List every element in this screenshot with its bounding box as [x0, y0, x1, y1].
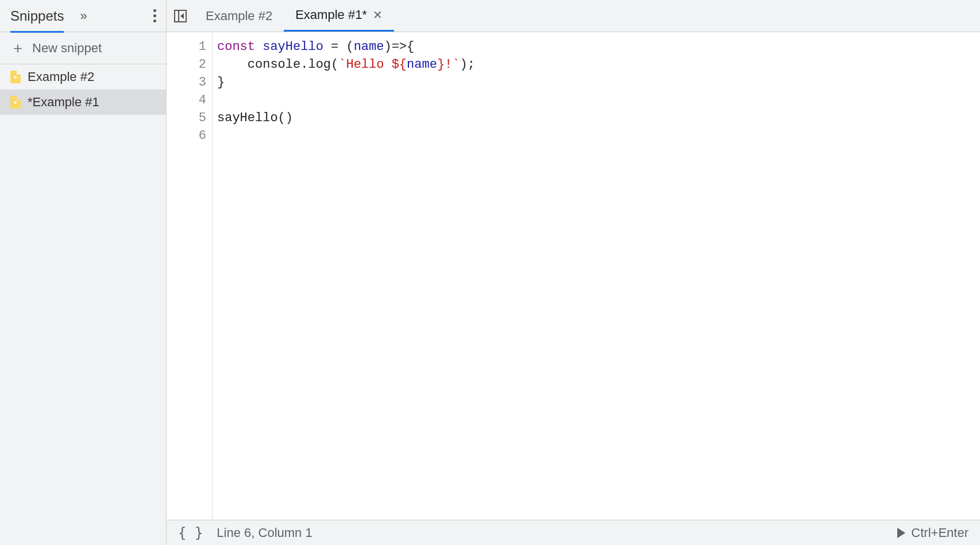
line-number: 6	[167, 127, 206, 145]
code-line	[217, 127, 975, 145]
editor-tab-label: Example #2	[206, 9, 272, 24]
code-editor[interactable]: 123456 const sayHello = (name)=>{ consol…	[167, 32, 980, 520]
run-hint-label: Ctrl+Enter	[911, 525, 969, 540]
snippet-file-icon	[10, 71, 21, 83]
app-root: Snippets » ＋ New snippet Example #2 *Exa…	[0, 0, 980, 545]
main-panel: Example #2 Example #1* ✕ 123456 const sa…	[167, 0, 980, 545]
line-number: 3	[167, 74, 206, 91]
new-snippet-label: New snippet	[32, 41, 102, 56]
sidebar: Snippets » ＋ New snippet Example #2 *Exa…	[0, 0, 167, 545]
sidebar-header: Snippets »	[0, 0, 166, 32]
editor-tab-label: Example #1*	[295, 7, 367, 22]
code-line: }	[217, 74, 975, 91]
close-tab-icon[interactable]: ✕	[373, 8, 383, 22]
pretty-print-icon[interactable]: { }	[178, 525, 203, 541]
snippet-item[interactable]: *Example #1	[0, 90, 166, 115]
play-icon	[897, 528, 905, 538]
line-gutter: 123456	[167, 32, 213, 520]
collapse-panel-icon	[174, 10, 187, 22]
toggle-navigator-button[interactable]	[167, 0, 194, 32]
code-line: const sayHello = (name)=>{	[217, 38, 975, 56]
code-content[interactable]: const sayHello = (name)=>{ console.log(`…	[213, 32, 980, 520]
line-number: 1	[167, 38, 206, 56]
snippet-item[interactable]: Example #2	[0, 64, 166, 90]
snippet-file-icon	[10, 96, 21, 109]
line-number: 4	[167, 91, 206, 109]
tab-bar: Example #2 Example #1* ✕	[167, 0, 980, 32]
status-bar: { } Line 6, Column 1 Ctrl+Enter	[167, 520, 980, 545]
editor-tab[interactable]: Example #1* ✕	[284, 0, 394, 32]
line-number: 2	[167, 56, 206, 74]
more-tabs-icon[interactable]: »	[80, 9, 87, 24]
code-line	[217, 91, 975, 109]
cursor-position: Line 6, Column 1	[217, 525, 312, 540]
editor-tab[interactable]: Example #2	[194, 0, 284, 32]
code-line: sayHello()	[217, 109, 975, 127]
line-number: 5	[167, 109, 206, 127]
snippet-item-label: *Example #1	[28, 95, 99, 110]
run-snippet-button[interactable]: Ctrl+Enter	[897, 525, 969, 540]
plus-icon: ＋	[10, 38, 25, 58]
snippet-item-label: Example #2	[28, 69, 94, 84]
code-line: console.log(`Hello ${name}!`);	[217, 56, 975, 74]
new-snippet-button[interactable]: ＋ New snippet	[0, 32, 166, 64]
sidebar-tab-snippets[interactable]: Snippets	[10, 8, 64, 33]
kebab-menu-icon[interactable]	[148, 9, 161, 22]
snippet-list: Example #2 *Example #1	[0, 64, 166, 115]
